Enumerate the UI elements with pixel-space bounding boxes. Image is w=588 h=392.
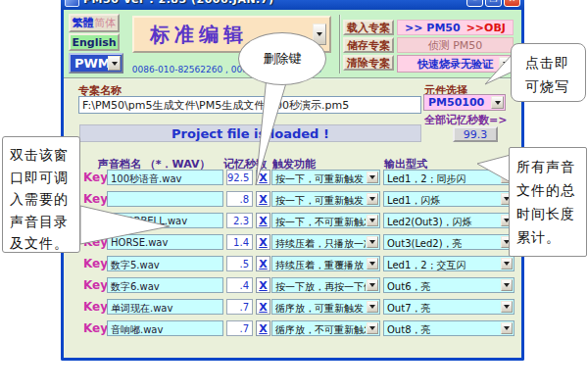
key-label: Key6 — [83, 278, 107, 292]
wav-file-input[interactable]: 数字6.wav — [107, 277, 223, 293]
memory-seconds-value: .7 — [226, 320, 253, 336]
simplified-chinese-label[interactable]: 简体 — [95, 16, 117, 30]
english-button[interactable]: English — [69, 33, 120, 51]
language-toggle-button[interactable]: 繁體 简体 — [69, 14, 120, 32]
burn-mode-label: 快速烧录无验证 — [417, 57, 493, 72]
chevron-down-icon[interactable] — [501, 301, 513, 313]
memory-seconds-value: 92.5 — [226, 170, 253, 185]
output-mode-select[interactable]: Led1，2；同步闪 — [383, 170, 514, 185]
output-mode-select[interactable]: Led1，2；交互闪 — [383, 256, 514, 271]
table-row: Key3DOORBELL.wav2.3X按一下，不可重新触发Led2(Out3)… — [83, 213, 521, 229]
output-mode-value: Out3(Led2)，亮 — [387, 237, 500, 251]
key-label: Key1 — [83, 171, 107, 184]
table-row: Key5数字5.wav.5X持续压着，重覆播放Led1，2；交互闪 — [83, 256, 521, 272]
traditional-chinese-label[interactable]: 繁體 — [73, 16, 94, 30]
wav-file-input[interactable]: 音响嘟.wav — [107, 320, 223, 336]
output-mode-value: Out6，亮 — [387, 280, 500, 294]
trigger-mode-select[interactable]: 循序放，可重新触发 — [271, 299, 380, 315]
delete-button[interactable]: X — [256, 256, 270, 271]
wav-file-input[interactable]: 数字5.wav — [107, 256, 223, 271]
delete-button[interactable]: X — [256, 213, 270, 228]
output-mode-select[interactable]: Out7，亮 — [383, 299, 514, 315]
trigger-mode-value: 持续压着，重覆播放 — [275, 259, 366, 272]
key-label: Key3 — [83, 214, 107, 227]
output-mode-select[interactable]: Led1，闪烁 — [383, 191, 514, 207]
chevron-down-icon[interactable] — [367, 236, 378, 248]
output-mode-select[interactable]: Out6，亮 — [383, 277, 514, 293]
chevron-down-icon[interactable] — [501, 322, 513, 334]
output-mode-select[interactable]: Out3(Led2)，亮 — [383, 234, 514, 250]
clear-project-button[interactable]: 清除专案 — [343, 55, 394, 71]
output-mode-select[interactable]: Out8，亮 — [383, 320, 514, 336]
sound-table-rows: Key1100秒语音.wav92.5X按一下，可重新触发Led1，2；同步闪Ke… — [83, 170, 521, 342]
edit-mode-label: 标准编辑 — [134, 22, 248, 48]
output-mode-value: Led1，2；交互闪 — [387, 259, 500, 272]
minimize-button[interactable]: – — [466, 0, 483, 7]
chevron-down-icon[interactable] — [367, 279, 378, 291]
trigger-mode-select[interactable]: 持续压着，只播放一次 — [271, 234, 380, 250]
key-label: Key5 — [83, 257, 107, 270]
chip-value: PM50100 — [428, 96, 484, 109]
project-path-input[interactable]: F:\PM50\pm5生成文件\PM5生成文件\100秒演示.pm5 — [78, 96, 421, 114]
trigger-mode-select[interactable]: 按一下，不可重新触发 — [271, 213, 380, 228]
output-mode-value: Led2(Out3)，闪烁 — [387, 216, 500, 229]
detect-pm50-button[interactable]: 侦测 PM50 — [397, 37, 514, 53]
trigger-mode-value: 按一下放，再按一下停 — [275, 280, 366, 294]
trigger-mode-select[interactable]: 循序放，不可重新触发 — [271, 320, 380, 336]
status-message: Project file is loaded ! — [79, 124, 421, 142]
delete-button[interactable]: X — [256, 170, 270, 185]
wav-file-input[interactable]: DOORBELL.wav — [107, 213, 223, 228]
chevron-down-icon[interactable] — [367, 258, 378, 270]
wav-file-input[interactable]: 单词现在.wav — [107, 299, 223, 315]
close-button[interactable]: ✕ — [504, 0, 520, 7]
delete-button[interactable]: X — [256, 234, 270, 250]
key-label: Key4 — [83, 235, 107, 249]
burn-hint-callout: 点击即可烧写 — [511, 43, 586, 102]
chevron-down-icon[interactable] — [108, 56, 121, 71]
obj-export-label[interactable]: >>OBJ — [466, 22, 506, 34]
chevron-down-icon[interactable] — [367, 193, 378, 205]
output-mode-value: Led1，闪烁 — [387, 194, 500, 208]
memory-seconds-value: 2.3 — [226, 213, 253, 228]
chevron-down-icon[interactable] — [367, 301, 378, 313]
pwm-select[interactable]: PWM — [69, 53, 123, 74]
trigger-mode-select[interactable]: 持续压着，重覆播放 — [271, 256, 380, 271]
output-mode-value: Out7，亮 — [387, 302, 500, 316]
trigger-mode-value: 循序放，不可重新触发 — [275, 323, 366, 337]
trigger-mode-select[interactable]: 按一下，可重新触发 — [271, 170, 380, 185]
trigger-mode-select[interactable]: 按一下，可重新触发 — [271, 191, 380, 207]
trigger-mode-select[interactable]: 按一下放，再按一下停 — [271, 277, 380, 293]
load-project-button[interactable]: 载入专案 — [343, 20, 394, 35]
window-controls: – ❐ ✕ — [466, 0, 520, 7]
delete-button[interactable]: X — [256, 299, 270, 315]
chevron-down-icon[interactable] — [367, 172, 378, 183]
app-icon — [65, 0, 79, 7]
chevron-down-icon[interactable] — [491, 96, 504, 109]
maximize-button[interactable]: ❐ — [485, 0, 502, 7]
chevron-down-icon[interactable] — [367, 322, 378, 334]
burn-to-chip-button[interactable]: >> PM50 >>OBJ — [397, 20, 514, 35]
save-project-button[interactable]: 储存专案 — [343, 37, 394, 53]
chevron-down-icon[interactable] — [367, 215, 378, 226]
chevron-down-icon[interactable] — [501, 279, 513, 291]
trigger-mode-value: 按一下，不可重新触发 — [275, 216, 366, 229]
wav-file-input[interactable] — [107, 191, 223, 207]
trigger-mode-value: 持续压着，只播放一次 — [275, 237, 366, 251]
pm50-burn-label[interactable]: >> PM50 — [405, 22, 461, 34]
delete-button[interactable]: X — [256, 320, 270, 336]
wav-file-input[interactable]: 100秒语音.wav — [107, 170, 223, 185]
burn-mode-select[interactable]: 快速烧录无验证 — [397, 55, 514, 73]
output-mode-select[interactable]: Led2(Out3)，闪烁 — [383, 213, 514, 228]
table-row: Key7单词现在.wav.7X循序放，可重新触发Out7，亮 — [83, 299, 521, 316]
wav-file-input[interactable]: HORSE.wav — [107, 234, 223, 250]
chevron-down-icon[interactable] — [501, 258, 513, 270]
table-row: Key6数字6.wav.4X按一下放，再按一下停Out6，亮 — [83, 277, 521, 294]
delete-key-callout: 删除键 — [238, 32, 326, 85]
delete-button[interactable]: X — [256, 277, 270, 293]
chip-select[interactable]: PM50100 — [423, 94, 506, 111]
desktop: PM50 Ver : 2.85 (2006.JAN.7) – ❐ ✕ 繁體 简体… — [0, 0, 588, 392]
trigger-mode-value: 按一下，可重新触发 — [275, 172, 366, 186]
titlebar[interactable]: PM50 Ver : 2.85 (2006.JAN.7) – ❐ ✕ — [61, 0, 524, 10]
pwm-label: PWM — [74, 56, 111, 71]
delete-button[interactable]: X — [256, 191, 270, 207]
